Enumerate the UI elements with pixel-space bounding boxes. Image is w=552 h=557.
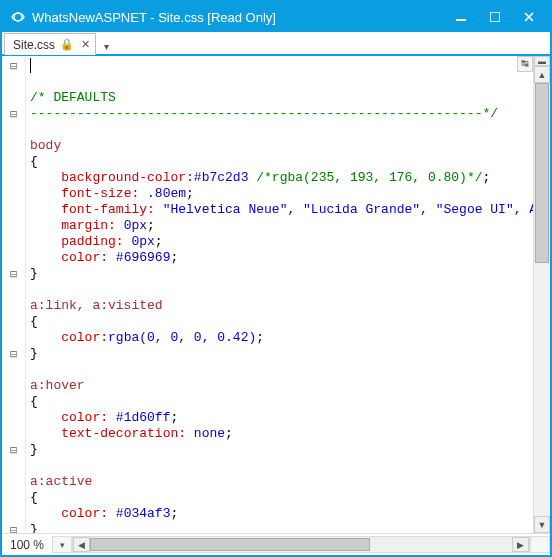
code-line[interactable]: color: #034af3; (30, 506, 533, 522)
fold-toggle (2, 74, 25, 90)
svg-rect-1 (490, 12, 500, 22)
code-line[interactable]: ----------------------------------------… (30, 106, 533, 122)
fold-toggle (2, 154, 25, 170)
hscroll-thumb[interactable] (90, 538, 370, 551)
split-handle[interactable]: ▬ (534, 56, 550, 66)
code-line[interactable]: { (30, 490, 533, 506)
fold-toggle (2, 234, 25, 250)
code-line[interactable]: padding: 0px; (30, 234, 533, 250)
code-line[interactable]: { (30, 394, 533, 410)
code-line[interactable]: background-color:#b7c2d3 /*rgba(235, 193… (30, 170, 533, 186)
fold-toggle (2, 138, 25, 154)
fold-toggle (2, 426, 25, 442)
code-line[interactable]: text-decoration: none; (30, 426, 533, 442)
svg-rect-0 (456, 19, 466, 21)
code-line[interactable]: } (30, 266, 533, 282)
code-line[interactable]: font-size: .80em; (30, 186, 533, 202)
fold-toggle (2, 474, 25, 490)
fold-toggle (2, 378, 25, 394)
code-line[interactable]: } (30, 522, 533, 533)
tab-site-css[interactable]: Site.css 🔒 ✕ (4, 33, 96, 55)
close-tab-icon[interactable]: ✕ (79, 39, 91, 51)
code-line[interactable]: a:link, a:visited (30, 298, 533, 314)
maximize-button[interactable] (478, 4, 512, 30)
fold-toggle[interactable]: ⊟ (2, 522, 25, 533)
code-line[interactable]: { (30, 154, 533, 170)
fold-toggle (2, 506, 25, 522)
hscroll-track[interactable] (90, 537, 512, 552)
fold-toggle (2, 458, 25, 474)
vertical-scrollbar[interactable]: ▬ ▲ ▼ (533, 56, 550, 533)
code-line[interactable]: } (30, 346, 533, 362)
code-line[interactable]: body (30, 138, 533, 154)
fold-toggle[interactable]: ⊟ (2, 266, 25, 282)
code-line[interactable]: color:rgba(0, 0, 0, 0.42); (30, 330, 533, 346)
statusbar: 100 % ▾ ◀ ▶ (2, 533, 550, 555)
fold-toggle (2, 298, 25, 314)
fold-toggle (2, 202, 25, 218)
tab-dropdown-icon[interactable]: ▾ (100, 39, 113, 54)
fold-toggle (2, 218, 25, 234)
scroll-left-button[interactable]: ◀ (73, 537, 90, 552)
fold-toggle[interactable]: ⊟ (2, 106, 25, 122)
code-line[interactable]: { (30, 314, 533, 330)
horizontal-scrollbar[interactable]: ◀ ▶ (72, 536, 530, 553)
code-line[interactable] (30, 122, 533, 138)
window-title: WhatsNewASPNET - Site.css [Read Only] (32, 10, 444, 25)
zoom-dropdown[interactable]: ▾ (52, 536, 72, 553)
window: WhatsNewASPNET - Site.css [Read Only] Si… (0, 0, 552, 557)
close-button[interactable] (512, 4, 546, 30)
fold-toggle (2, 250, 25, 266)
fold-toggle (2, 410, 25, 426)
fold-toggle[interactable]: ⊟ (2, 442, 25, 458)
minimize-button[interactable] (444, 4, 478, 30)
code-line[interactable]: color: #696969; (30, 250, 533, 266)
code-line[interactable]: a:active (30, 474, 533, 490)
vscroll-track[interactable] (534, 83, 550, 516)
code-line[interactable]: /* DEFAULTS (30, 90, 533, 106)
fold-toggle (2, 90, 25, 106)
scroll-right-button[interactable]: ▶ (512, 537, 529, 552)
code-line[interactable] (30, 282, 533, 298)
tab-label: Site.css (13, 38, 55, 52)
code-editor[interactable]: /* DEFAULTS-----------------------------… (26, 56, 533, 533)
fold-toggle (2, 122, 25, 138)
tabbar: Site.css 🔒 ✕ ▾ (2, 32, 550, 56)
vscroll-thumb[interactable] (535, 83, 549, 263)
resize-grip[interactable] (530, 536, 550, 553)
editor-area: ⊟⊟⊟⊟⊟⊟ /* DEFAULTS----------------------… (2, 56, 550, 533)
text-cursor (30, 58, 31, 73)
app-icon (10, 9, 26, 25)
fold-toggle (2, 282, 25, 298)
lock-icon[interactable]: 🔒 (61, 39, 73, 51)
fold-toggle[interactable]: ⊟ (2, 58, 25, 74)
window-controls (444, 4, 546, 30)
fold-toggle (2, 490, 25, 506)
code-line[interactable]: color: #1d60ff; (30, 410, 533, 426)
track-changes-icon[interactable]: ↹ (517, 56, 533, 72)
fold-toggle (2, 362, 25, 378)
titlebar[interactable]: WhatsNewASPNET - Site.css [Read Only] (2, 2, 550, 32)
zoom-level[interactable]: 100 % (2, 538, 52, 552)
fold-toggle (2, 330, 25, 346)
code-line[interactable]: a:hover (30, 378, 533, 394)
fold-toggle (2, 186, 25, 202)
scroll-down-button[interactable]: ▼ (534, 516, 550, 533)
fold-toggle (2, 394, 25, 410)
code-line[interactable]: font-family: "Helvetica Neue", "Lucida G… (30, 202, 533, 218)
code-line[interactable] (30, 458, 533, 474)
code-line[interactable]: margin: 0px; (30, 218, 533, 234)
code-line[interactable] (30, 362, 533, 378)
fold-toggle[interactable]: ⊟ (2, 346, 25, 362)
fold-toggle (2, 170, 25, 186)
code-line[interactable]: } (30, 442, 533, 458)
scroll-up-button[interactable]: ▲ (534, 66, 550, 83)
fold-toggle (2, 314, 25, 330)
fold-gutter[interactable]: ⊟⊟⊟⊟⊟⊟ (2, 56, 26, 533)
